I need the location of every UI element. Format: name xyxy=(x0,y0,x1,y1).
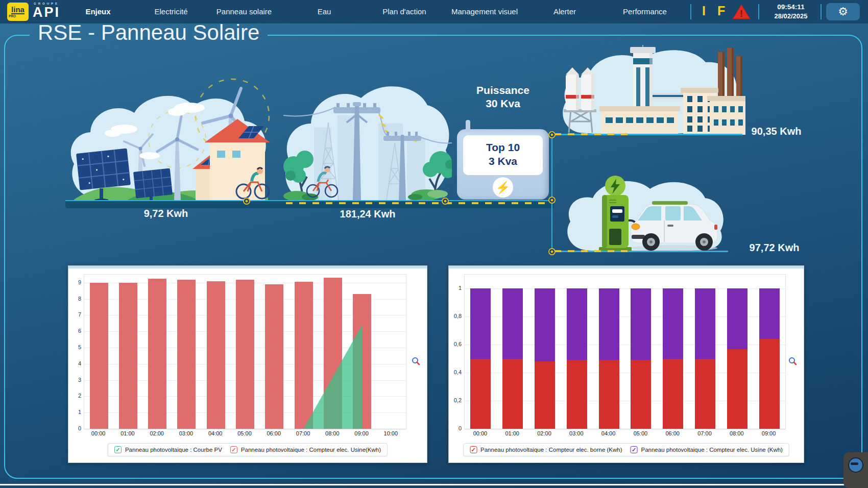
clock-date: 28/02/2025 xyxy=(763,12,818,20)
nav-item-performance[interactable]: Performance xyxy=(623,0,667,23)
bar-segment xyxy=(759,288,780,339)
factory-kwh-label: 90,35 Kwh xyxy=(739,126,813,137)
nav-item-panneau-solaire[interactable]: Panneau solaire xyxy=(216,0,272,23)
x-axis-tick: 04:00 xyxy=(201,430,230,436)
page-title: RSE - Panneau Solaire xyxy=(30,20,268,45)
y-axis-tick: 0,6 xyxy=(448,341,462,347)
topbar-separator xyxy=(690,4,691,19)
bar-segment xyxy=(567,288,587,360)
bar-segment xyxy=(324,278,342,429)
connector-vertical-line xyxy=(551,135,552,252)
topbar-separator xyxy=(758,4,759,19)
legend-label: Panneau photovoltaique : Compteur elec. … xyxy=(241,447,381,453)
bar-segment xyxy=(567,360,587,429)
bar-segment xyxy=(502,359,523,429)
chart-legend: ✓Panneau photovoltaique : Compteur elec.… xyxy=(463,443,789,456)
x-axis-tick: 03:00 xyxy=(560,430,592,436)
legend-item[interactable]: ✓Panneau photovoltaique : Compteur elec.… xyxy=(631,446,783,453)
y-axis-tick: 8 xyxy=(68,296,81,302)
legend-checkbox-icon[interactable]: ✓ xyxy=(114,446,122,453)
puissance-label: Puissance 30 Kva xyxy=(454,84,551,110)
bar-segment xyxy=(759,339,780,429)
bar-segment xyxy=(265,284,283,429)
y-axis-tick: 9 xyxy=(68,279,81,285)
ground-band xyxy=(65,200,554,208)
bar-segment xyxy=(631,360,651,429)
y-axis-tick: 0,4 xyxy=(448,369,462,375)
bar-segment xyxy=(148,279,166,429)
factory-illustration xyxy=(557,45,745,135)
cursor-icon xyxy=(848,457,863,473)
indicator-f[interactable]: F xyxy=(717,4,725,18)
bar-segment xyxy=(599,288,619,360)
meter-line1: Top 10 xyxy=(463,140,543,154)
legend-item[interactable]: ✓Panneau photovoltaique : Compteur elec.… xyxy=(470,446,622,453)
legend-label: Panneau photovoltaique : Courbe PV xyxy=(125,447,222,453)
y-axis-tick: 0 xyxy=(68,425,81,431)
bar-segment xyxy=(502,288,523,358)
warning-triangle-icon[interactable]: ! xyxy=(732,4,751,22)
legend-item[interactable]: ✓Panneau photovoltaique : Courbe PV xyxy=(114,446,222,453)
x-axis-tick: 02:00 xyxy=(142,430,172,436)
lina-pro-text: PRO xyxy=(9,14,16,18)
power-grid-illustration xyxy=(278,66,452,202)
zoom-lens-icon[interactable] xyxy=(788,357,798,368)
x-axis-tick: 00:00 xyxy=(84,430,113,436)
y-axis-tick: 1 xyxy=(448,285,462,291)
nav-item-management-visuel[interactable]: Management visuel xyxy=(451,0,518,23)
legend-checkbox-icon[interactable]: ✓ xyxy=(631,446,638,453)
x-axis-tick: 05:00 xyxy=(624,430,657,436)
connector-node xyxy=(243,198,250,205)
bar-segment xyxy=(353,294,371,429)
connector-node xyxy=(548,248,556,255)
bar-segment xyxy=(470,288,491,358)
energy-dash-line xyxy=(554,133,631,135)
legend-label: Panneau photovoltaique : Compteur elec. … xyxy=(641,447,783,453)
lightning-icon: ⚡ xyxy=(493,177,513,198)
nav-item-eau[interactable]: Eau xyxy=(318,0,331,23)
window-bottom-edge xyxy=(0,484,868,485)
svg-text:!: ! xyxy=(740,9,743,19)
x-axis-tick: 03:00 xyxy=(172,430,201,436)
y-axis-tick: 5 xyxy=(68,344,81,350)
legend-checkbox-icon[interactable]: ✓ xyxy=(470,446,477,453)
zoom-lens-icon[interactable] xyxy=(412,357,421,368)
y-axis-tick: 0 xyxy=(448,425,462,431)
nav-item-alerter[interactable]: Alerter xyxy=(553,0,576,23)
bar-segment xyxy=(663,359,683,429)
x-axis-tick: 09:00 xyxy=(753,430,785,436)
x-axis-tick: 05:00 xyxy=(230,430,259,436)
puissance-line2: 30 Kva xyxy=(454,97,551,110)
x-axis-tick: 01:00 xyxy=(496,430,528,436)
connector-node xyxy=(442,198,449,205)
bar-segment xyxy=(727,288,748,349)
floating-cursor-widget[interactable] xyxy=(843,452,868,488)
nav-item-enjeux[interactable]: Enjeux xyxy=(85,0,110,23)
x-axis-tick: 02:00 xyxy=(528,430,561,436)
nav-item-plan-daction[interactable]: Plan d'action xyxy=(382,0,426,23)
top10-meter-device: Top 10 3 Kva ⚡ xyxy=(457,129,549,200)
connector-node xyxy=(548,131,556,138)
nav-item-electricite[interactable]: Electricité xyxy=(154,0,187,23)
gridline xyxy=(84,429,406,429)
bar-segment xyxy=(119,283,137,429)
groupe-api-logo[interactable]: GROUPE API xyxy=(33,2,60,19)
x-axis-tick: 04:00 xyxy=(592,430,624,436)
ev-charging-illustration xyxy=(559,172,728,252)
x-axis-tick: 06:00 xyxy=(259,430,288,436)
legend-checkbox-icon[interactable]: ✓ xyxy=(230,446,237,453)
puissance-line1: Puissance xyxy=(454,84,551,97)
indicator-i[interactable]: I xyxy=(702,4,706,18)
bar-segment xyxy=(177,280,196,429)
gear-icon[interactable]: ⚙ xyxy=(826,3,860,20)
connector-node xyxy=(548,197,556,204)
legend-item[interactable]: ✓Panneau photovoltaique : Compteur elec.… xyxy=(230,446,381,453)
meter-screen: Top 10 3 Kva xyxy=(463,135,543,175)
y-axis-tick: 6 xyxy=(68,328,81,334)
lina-pro-logo[interactable]: lina PRO xyxy=(7,3,29,21)
meter-line2: 3 Kva xyxy=(463,154,543,168)
bar-segment xyxy=(90,283,108,429)
gridline xyxy=(465,429,785,429)
pv-usine-chart-card: 0123456789 00:0001:0002:0003:0004:0005:0… xyxy=(68,265,427,463)
bar-segment xyxy=(207,281,225,429)
